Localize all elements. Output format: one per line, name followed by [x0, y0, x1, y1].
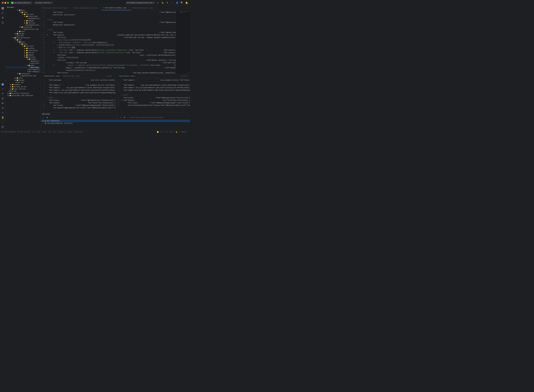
services-refresh-btn[interactable]: ↺: [42, 116, 45, 119]
tree-item-test[interactable]: ▶ 📁 test: [5, 30, 41, 33]
coverage-button[interactable]: ⛨: [166, 1, 169, 5]
activity-project-icon[interactable]: [1, 6, 5, 10]
run-dashboard-item[interactable]: ▶ Run Dashboard: [41, 120, 190, 122]
debug-button[interactable]: 🐛: [161, 1, 165, 5]
bottom-left-nav-up[interactable]: ▲: [109, 75, 110, 77]
tree-item-target[interactable]: ▶ 📁 target: [5, 79, 41, 81]
tab-borrow-app[interactable]: ● BorrowApplication.java ✕: [72, 6, 102, 10]
tree-item-java[interactable]: ▼ 📁 java: [5, 43, 41, 45]
tree-item-scratches and consoles[interactable]: ▶ 📁 Scratches and Consoles: [5, 94, 41, 97]
services-stop2-btn[interactable]: ■: [123, 116, 126, 119]
activity-list-icon[interactable]: [1, 106, 5, 110]
tree-item-application-yml[interactable]: ● application.yml: [5, 28, 41, 30]
tree-item-user-service[interactable]: ▶ 📁 user-service: [5, 88, 41, 90]
bottom-right-nav-up[interactable]: ▲: [184, 75, 184, 77]
tree-item-bookapplication[interactable]: ● BookApplication: [5, 24, 41, 26]
breadcrumb-item[interactable]: springCloudStudy: [1, 131, 15, 133]
tree-item-commons[interactable]: ▶ 📁 commons: [5, 83, 41, 86]
services-stop-btn[interactable]: ⏹: [46, 116, 49, 119]
tree-item-impl[interactable]: ▼ 📁 impl: [5, 64, 41, 66]
activity-git-icon[interactable]: [1, 92, 5, 96]
activity-build-icon[interactable]: [1, 125, 5, 129]
tree-item-com-test[interactable]: ▼ 📁 com.test: [5, 45, 41, 47]
bottom-left-tab-bookclient[interactable]: ●BookClient.java✕: [42, 74, 62, 78]
breadcrumb-item[interactable]: src: [32, 131, 35, 133]
tab-pom[interactable]: ● pom.xml (borrow-service) ✕: [41, 6, 72, 10]
tree-item-controller[interactable]: ▶ 📁 controller: [5, 49, 41, 52]
tree-item-external libraries[interactable]: ▶ 📁 External Libraries: [5, 92, 41, 94]
services-sync-btn[interactable]: ⟳: [119, 116, 122, 119]
indent-label[interactable]: 4 spaces: [179, 131, 186, 133]
tree-item-test[interactable]: ▶ 📁 test: [5, 77, 41, 79]
tab-book-ctrl[interactable]: ● BookController.java ✕: [131, 6, 158, 10]
tree-item-borrowapplication[interactable]: ● BorrowApplication: [5, 71, 41, 73]
tree-item-borrow-service[interactable]: ▼ 📁 borrow-service: [5, 37, 41, 39]
tab-settings-icon[interactable]: ⋮: [187, 7, 189, 9]
activity-bookmark-icon[interactable]: [1, 16, 5, 20]
sidebar-header[interactable]: Project ▾: [5, 6, 41, 9]
breadcrumb-item[interactable]: borrow-service: [18, 131, 30, 133]
services-refresh2-btn[interactable]: ↺: [116, 116, 119, 119]
tree-item-entity[interactable]: ▶ 📁 entity: [5, 52, 41, 54]
nav-up[interactable]: ▲: [185, 11, 186, 13]
vcs-selector[interactable]: Version control ▾: [34, 1, 53, 4]
line-ending[interactable]: LF: [166, 131, 167, 133]
tree-item-eureka-server[interactable]: ▶ 📁 eureka-server: [5, 86, 41, 88]
tab-borrow-impl[interactable]: ● BorrowServiceImpl.java ✕: [102, 6, 131, 10]
tree-item-src[interactable]: ▼ 📁 src: [5, 39, 41, 41]
activity-search-icon[interactable]: [1, 111, 5, 115]
tree-item-borrowserviceimpl[interactable]: ● BorrowServiceImpl: [5, 66, 41, 69]
bottom-left-code[interactable]: 1 "kw">package com.test.service.client; …: [41, 78, 116, 112]
bottom-right-tab-userclientr[interactable]: ●UserClient.java✕: [117, 74, 137, 78]
project-selector[interactable]: SC springCloudStudy ▾: [10, 1, 32, 4]
bottom-right-code[interactable]: 1 "kw">import org.example.entity."kw">Us…: [116, 78, 190, 112]
tree-item-mapper[interactable]: ▶ 📁 mapper: [5, 20, 41, 22]
minimize-button[interactable]: [5, 2, 6, 4]
activity-db-icon[interactable]: [1, 96, 5, 101]
tab-close-icon[interactable]: ✕: [60, 75, 61, 77]
tree-item-pom-xml[interactable]: ● pom.xml: [5, 81, 41, 83]
account-button[interactable]: 👤: [175, 1, 179, 5]
tree-item-config[interactable]: ▶ 📁 config: [5, 47, 41, 49]
tree-item-application-yml[interactable]: ● application.yml: [5, 75, 41, 77]
breadcrumb-item[interactable]: main: [37, 131, 40, 133]
tree-item-service[interactable]: ▶ 📁 service: [5, 22, 41, 24]
run-button[interactable]: ▶: [156, 1, 160, 5]
tree-item-main[interactable]: ▼ 📁 main: [5, 9, 41, 11]
services-filter-btn[interactable]: ⋮: [53, 116, 56, 119]
tree-item-resources[interactable]: ▼ 📁 resources: [5, 26, 41, 28]
tree-item-controller[interactable]: ▼ 📁 controller: [5, 15, 41, 18]
tab-close[interactable]: ✕: [128, 7, 130, 9]
more-button[interactable]: ⋮: [170, 1, 174, 5]
encoding[interactable]: UTF-8: [169, 131, 174, 133]
activity-maven-icon[interactable]: m: [1, 87, 5, 91]
bottom-left-more[interactable]: ⋮: [113, 75, 114, 77]
breadcrumb-item[interactable]: com: [48, 131, 51, 133]
bottom-right-nav-down[interactable]: ▼: [185, 75, 186, 77]
eureka-badge[interactable]: EurekaServerApplication-01 ▾: [126, 1, 155, 4]
services-add-btn[interactable]: +: [127, 116, 129, 119]
tree-item-pom-xml[interactable]: ● pom.xml: [5, 35, 41, 37]
notifications-button[interactable]: 🔔: [185, 1, 188, 5]
tree-item-pom-xml[interactable]: ● pom.xml: [5, 90, 41, 92]
tab-close[interactable]: ✕: [69, 7, 71, 9]
tree-item-service[interactable]: ▼ 📁 service: [5, 56, 41, 58]
nav-down[interactable]: ▼: [186, 11, 187, 13]
spring-cloud-study-item[interactable]: 🍃 springCloudStudy [install]: [41, 122, 190, 125]
tree-item-target[interactable]: ▶ 📁 target: [5, 33, 41, 35]
tab-close[interactable]: ✕: [154, 7, 156, 9]
tree-item-client[interactable]: ▼ 📁 client: [5, 58, 41, 60]
activity-structure-icon[interactable]: [1, 20, 5, 25]
breadcrumb-item[interactable]: service: [58, 131, 65, 133]
tree-item-com-test[interactable]: ▼ 📁 com.test: [5, 13, 41, 15]
tree-item-mapper[interactable]: ▶ 📁 mapper: [5, 54, 41, 56]
bottom-left-tab-userclient[interactable]: ●UserClient.java: [62, 74, 81, 78]
tree-item-borrowservice[interactable]: ● BorrowService: [5, 69, 41, 71]
activity-blue-dot[interactable]: ⬤: [1, 82, 5, 86]
maximize-button[interactable]: [7, 2, 9, 4]
position-label[interactable]: 13:1: [160, 131, 164, 133]
bottom-right-more[interactable]: ⋮: [187, 75, 189, 77]
tree-item-java[interactable]: ▼ 📁 java: [5, 11, 41, 13]
tree-item-userclient[interactable]: ● UserClient: [5, 62, 41, 64]
tree-item-bookcontroller[interactable]: ● BookController: [5, 18, 41, 20]
